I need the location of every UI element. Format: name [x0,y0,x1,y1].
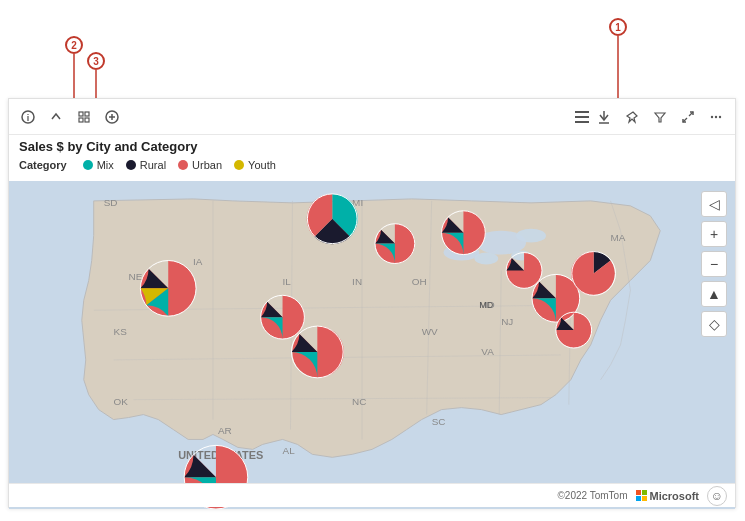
menu-icon[interactable] [571,107,593,127]
svg-point-22 [719,115,721,117]
svg-rect-9 [85,112,89,116]
microsoft-logo: Microsoft [636,490,700,502]
svg-rect-11 [85,118,89,122]
svg-text:OH: OH [412,276,427,287]
svg-rect-8 [79,112,83,116]
legend-item-mix: Mix [83,159,114,171]
legend-dot-rural [126,160,136,170]
download-button[interactable] [593,106,615,128]
legend-dot-mix [83,160,93,170]
svg-point-20 [711,115,713,117]
filter-button[interactable] [649,106,671,128]
brand-label: Microsoft [650,490,700,502]
us-map-svg: NE IA IL IN OH KS KY WV NJ MD VA NC SC O… [9,181,735,509]
svg-point-21 [715,115,717,117]
svg-text:MD: MD [479,300,493,310]
toolbar-center [571,107,593,127]
svg-text:OK: OK [114,396,129,407]
svg-rect-10 [79,118,83,122]
chart-legend: Category Mix Rural Urban Youth [19,159,276,171]
svg-point-26 [516,229,546,243]
annotation-2: 2 [65,36,83,54]
svg-text:IA: IA [193,256,203,267]
ms-squares-icon [636,490,647,501]
legend-item-rural: Rural [126,159,166,171]
legend-item-urban: Urban [178,159,222,171]
svg-text:IN: IN [352,276,362,287]
svg-text:WV: WV [422,326,438,337]
svg-text:NJ: NJ [501,316,513,327]
svg-text:SC: SC [432,416,446,427]
svg-point-27 [474,253,498,265]
add-button[interactable] [101,106,123,128]
page-container: 1 2 3 i [0,0,745,521]
legend-text-rural: Rural [140,159,166,171]
svg-text:AR: AR [218,425,232,436]
more-options-button[interactable] [705,106,727,128]
legend-dot-youth [234,160,244,170]
legend-text-urban: Urban [192,159,222,171]
legend-text-youth: Youth [248,159,276,171]
north-button[interactable]: ▲ [701,281,727,307]
card-footer: ©2022 TomTom Microsoft ☺ [9,483,735,507]
scroll-up-button[interactable] [45,106,67,128]
svg-text:VA: VA [481,346,494,357]
svg-text:NC: NC [352,396,366,407]
map-controls: ◁ + − ▲ ◇ [701,191,727,337]
zoom-in-button[interactable]: + [701,221,727,247]
svg-text:i: i [27,113,30,123]
annotation-arrows [0,0,745,100]
map-area[interactable]: NE IA IL IN OH KS KY WV NJ MD VA NC SC O… [9,181,735,509]
toolbar-right [593,106,727,128]
pin-button[interactable] [621,106,643,128]
legend-dot-urban [178,160,188,170]
card-toolbar: i [9,99,735,135]
svg-text:SD: SD [104,197,118,208]
annotation-1: 1 [609,18,627,36]
legend-label: Category [19,159,67,171]
copyright-text: ©2022 TomTom [558,490,628,501]
grid-button[interactable] [73,106,95,128]
expand-button[interactable] [677,106,699,128]
feedback-button[interactable]: ☺ [707,486,727,506]
legend-item-youth: Youth [234,159,276,171]
visual-card: i [8,98,736,508]
svg-text:KS: KS [114,326,128,337]
annotation-3: 3 [87,52,105,70]
svg-text:NE: NE [128,271,142,282]
svg-text:IL: IL [283,276,292,287]
zoom-out-button[interactable]: − [701,251,727,277]
svg-marker-17 [655,113,665,122]
locate-button[interactable]: ◇ [701,311,727,337]
collapse-map-button[interactable]: ◁ [701,191,727,217]
svg-text:MA: MA [611,232,626,243]
toolbar-left: i [17,106,571,128]
svg-text:AL: AL [283,445,296,456]
chart-title: Sales $ by City and Category [19,139,197,154]
info-button[interactable]: i [17,106,39,128]
legend-text-mix: Mix [97,159,114,171]
